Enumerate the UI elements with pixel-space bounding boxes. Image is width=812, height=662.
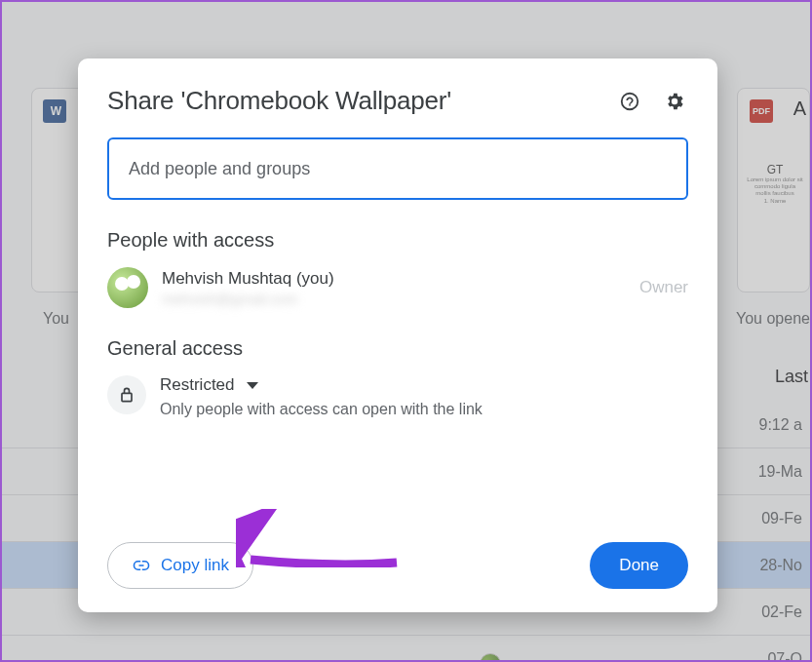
help-icon[interactable]: [616, 88, 643, 115]
person-row: Mehvish Mushtaq (you) mehvish@gmail.com …: [107, 267, 688, 308]
person-role: Owner: [639, 278, 688, 297]
done-button[interactable]: Done: [590, 542, 688, 589]
people-with-access-heading: People with access: [107, 229, 688, 252]
dialog-title: Share 'Chromebook Wallpaper': [107, 86, 451, 116]
lock-icon: [107, 375, 146, 414]
person-name: Mehvish Mushtaq (you): [162, 269, 626, 289]
gear-icon[interactable]: [661, 88, 688, 115]
chevron-down-icon: [247, 382, 258, 389]
people-input-wrap[interactable]: [107, 137, 688, 200]
general-access-heading: General access: [107, 337, 688, 360]
access-description: Only people with access can open with th…: [160, 401, 688, 418]
access-level-dropdown[interactable]: Restricted: [160, 375, 688, 395]
share-dialog: Share 'Chromebook Wallpaper' People with…: [78, 58, 717, 612]
person-email: mehvish@gmail.com: [162, 291, 626, 307]
link-icon: [132, 556, 151, 575]
add-people-input[interactable]: [129, 159, 667, 179]
copy-link-button[interactable]: Copy link: [107, 542, 253, 589]
copy-link-label: Copy link: [161, 556, 229, 575]
access-level-label: Restricted: [160, 375, 235, 395]
avatar: [107, 267, 148, 308]
